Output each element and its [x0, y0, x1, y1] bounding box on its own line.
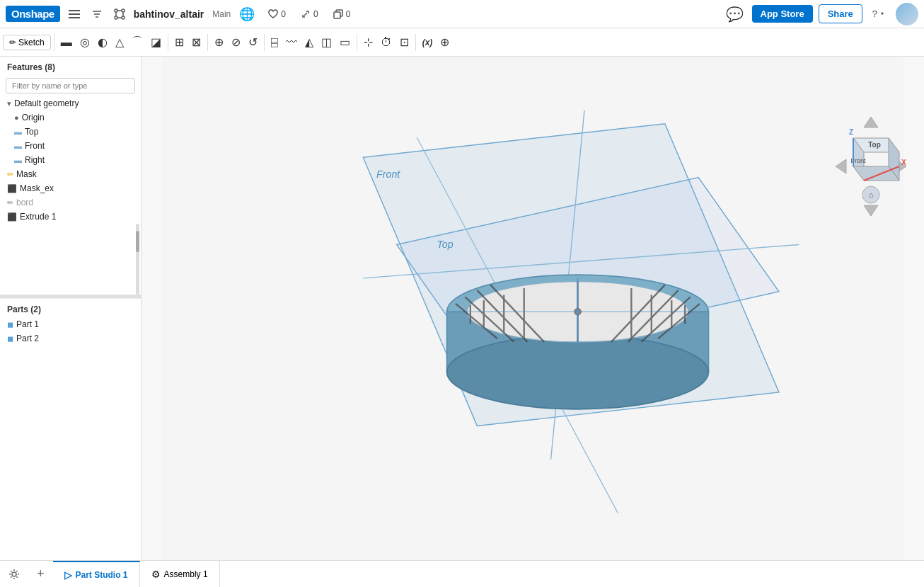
svg-point-64 — [12, 572, 16, 576]
transform-button[interactable] — [111, 6, 128, 23]
hamburger-menu-button[interactable] — [66, 6, 83, 23]
tree-item-origin[interactable]: ● Origin — [0, 110, 141, 125]
pattern-tool-button[interactable]: ⊞ — [171, 33, 187, 52]
add-tab-button[interactable]: + — [28, 561, 53, 587]
wrap-tool-button[interactable]: ↺ — [245, 33, 261, 52]
thread-tool-button[interactable]: 〰 — [282, 33, 301, 52]
plane-icon: ▬ — [61, 36, 72, 49]
chamfer-tool-button[interactable]: ◪ — [147, 33, 165, 52]
copies-stat[interactable]: 0 — [328, 6, 355, 23]
sidebar: Features (8) ▾ Default geometry ● Origin… — [0, 57, 142, 560]
help-button[interactable]: ? — [868, 6, 890, 22]
parts-section: Parts (2) ◼ Part 1 ◼ Part 2 — [0, 298, 141, 346]
tree-item-right[interactable]: ▬ Right — [0, 153, 141, 167]
tree-item-top[interactable]: ▬ Top — [0, 125, 141, 139]
links-stat[interactable]: 0 — [296, 6, 323, 23]
svg-rect-0 — [69, 10, 80, 11]
tree-item-default-geometry[interactable]: ▾ Default geometry — [0, 96, 141, 110]
tree-item-front[interactable]: ▬ Front — [0, 139, 141, 153]
loft-icon: △ — [115, 35, 124, 49]
thread-icon: 〰 — [286, 36, 297, 49]
svg-marker-49 — [864, 205, 878, 216]
flatten-tool-button[interactable]: ▭ — [336, 33, 354, 52]
orientation-cube-svg: Top Front X Z ⌂ — [832, 113, 910, 220]
shell-tool-button[interactable]: ◐ — [94, 33, 111, 52]
svg-point-7 — [122, 9, 125, 12]
toolbar-divider-4 — [264, 34, 265, 51]
orientation-cube[interactable]: Top Front X Z ⌂ — [832, 113, 910, 220]
part-icon: ◼ — [7, 334, 13, 343]
top-nav: Onshape bahtinov_altair Main 🌐 0 0 0 💬 A… — [0, 0, 924, 28]
add-tool-button[interactable]: ⊕ — [437, 33, 453, 52]
revolve-tool-button[interactable]: ◎ — [76, 33, 93, 52]
appstore-button[interactable]: App Store — [752, 5, 813, 23]
tree-item-label: Mask — [16, 169, 37, 179]
pattern-icon: ⊞ — [175, 35, 184, 49]
variables-tool-button[interactable]: (x) — [419, 35, 437, 50]
features-header[interactable]: Features (8) — [0, 57, 141, 75]
origin-icon: ● — [14, 113, 19, 122]
filter-input[interactable] — [6, 78, 135, 93]
boolean-tool-button[interactable]: ⊕ — [211, 33, 227, 52]
analysis-icon: ⏱ — [381, 36, 392, 49]
tree-item-label: Front — [25, 141, 45, 151]
avatar[interactable] — [896, 3, 918, 25]
display-icon: ⊡ — [400, 35, 409, 49]
comment-button[interactable]: 💬 — [723, 3, 746, 25]
toolbar: ✏ Sketch ▬ ◎ ◐ △ ⌒ ◪ ⊞ ⊠ ⊕ ⊘ ↺ ⌸ 〰 ◭ ◫ ▭… — [0, 28, 924, 57]
draft-icon: ◭ — [305, 35, 313, 49]
logo: Onshape — [6, 6, 60, 22]
revolve-icon: ◎ — [80, 35, 90, 49]
display-tool-button[interactable]: ⊡ — [396, 33, 412, 52]
tree-item-part1[interactable]: ◼ Part 1 — [0, 317, 141, 331]
measure-tool-button[interactable]: ⊹ — [360, 33, 376, 52]
svg-marker-48 — [864, 117, 878, 127]
svg-point-6 — [115, 9, 117, 12]
share-button[interactable]: Share — [819, 4, 862, 23]
likes-stat[interactable]: 0 — [263, 6, 290, 23]
tab-part-studio-label: Part Studio 1 — [76, 570, 128, 580]
hollow-tool-button[interactable]: ◫ — [318, 33, 335, 52]
tab-part-studio[interactable]: ▷ Part Studio 1 — [53, 561, 140, 587]
analysis-tool-button[interactable]: ⏱ — [377, 33, 395, 52]
svg-text:X: X — [901, 159, 906, 166]
svg-marker-50 — [836, 159, 846, 173]
loft-tool-button[interactable]: △ — [112, 33, 127, 52]
split-icon: ⊘ — [231, 35, 241, 49]
draft-tool-button[interactable]: ◭ — [301, 33, 317, 52]
parts-header[interactable]: Parts (2) — [0, 299, 141, 317]
svg-text:Top: Top — [437, 239, 453, 250]
filter-list-button[interactable] — [88, 6, 105, 23]
viewport[interactable]: Front Top — [142, 57, 924, 560]
rib-tool-button[interactable]: ⌸ — [267, 33, 282, 52]
toolbar-divider-1 — [54, 34, 54, 51]
sketch-button[interactable]: ✏ Sketch — [3, 35, 51, 50]
sketch-icon: ✏ — [7, 198, 13, 207]
svg-rect-2 — [69, 17, 80, 18]
tree-item-bord[interactable]: ✏ bord — [0, 195, 141, 210]
tree-item-part2[interactable]: ◼ Part 2 — [0, 331, 141, 346]
mirror-tool-button[interactable]: ⊠ — [188, 33, 204, 52]
tree-item-extrude1[interactable]: ⬛ Extrude 1 — [0, 210, 141, 224]
tree-item-mask-ex[interactable]: ⬛ Mask_ex — [0, 181, 141, 195]
toolbar-divider-6 — [415, 34, 416, 51]
tab-assembly1[interactable]: ⚙ Assembly 1 — [140, 561, 220, 587]
measure-icon: ⊹ — [364, 35, 373, 49]
extrude-icon: ⬛ — [7, 184, 17, 193]
part-label: Part 2 — [16, 334, 39, 343]
add-tab-settings-button[interactable] — [0, 561, 28, 587]
plane-tool-button[interactable]: ▬ — [57, 33, 76, 52]
tree-item-label: Default geometry — [14, 98, 79, 108]
globe-button[interactable]: 🌐 — [236, 4, 258, 25]
svg-text:Z: Z — [849, 128, 853, 136]
doc-title: bahtinov_altair — [134, 8, 204, 20]
svg-point-9 — [115, 16, 117, 19]
split-tool-button[interactable]: ⊘ — [228, 33, 244, 52]
doc-branch: Main — [212, 9, 231, 19]
plane-icon: ▬ — [14, 142, 22, 150]
tree-item-mask[interactable]: ✏ Mask — [0, 167, 141, 181]
chevron-down-icon: ▾ — [7, 99, 11, 108]
features-tree: ▾ Default geometry ● Origin ▬ Top ▬ Fron… — [0, 96, 141, 224]
fillet-tool-button[interactable]: ⌒ — [128, 32, 146, 52]
part-studio-icon: ▷ — [64, 569, 72, 581]
